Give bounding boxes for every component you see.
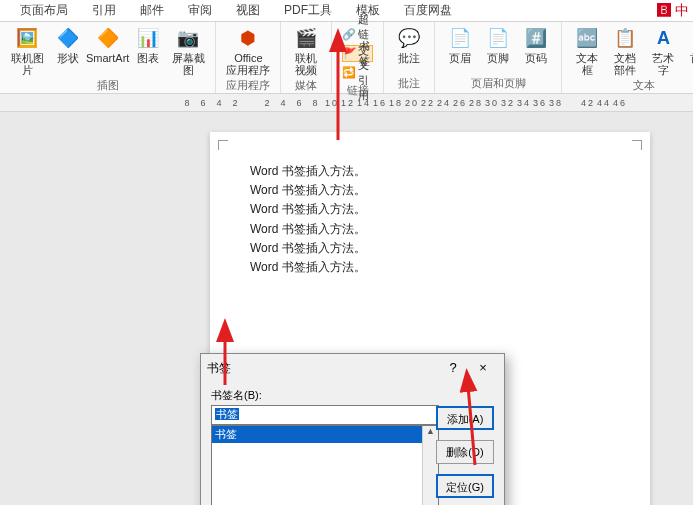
header-button[interactable]: 📄页眉 <box>441 24 479 66</box>
online-video-button[interactable]: 🎬联机视频 <box>287 24 325 78</box>
group-text: 🔤文本框 📋文档部件 A艺术字 A̲首字 文本 <box>562 22 693 93</box>
dialog-help-button[interactable]: ? <box>438 357 468 379</box>
textbox-icon: 🔤 <box>575 26 599 50</box>
group-label: 应用程序 <box>222 78 274 95</box>
video-icon: 🎬 <box>294 26 318 50</box>
bookmark-name-label: 书签名(B): <box>211 388 494 403</box>
dropcap-button[interactable]: A̲首字 <box>682 24 693 66</box>
quickparts-icon: 📋 <box>613 26 637 50</box>
group-media: 🎬联机视频 媒体 <box>281 22 332 93</box>
group-headerfooter: 📄页眉 📄页脚 #️⃣页码 页眉和页脚 <box>435 22 562 93</box>
footer-icon: 📄 <box>486 26 510 50</box>
crossref-button[interactable]: 🔁交叉引用 <box>342 64 373 81</box>
tab-layout[interactable]: 页面布局 <box>8 0 80 22</box>
group-label: 页眉和页脚 <box>441 76 555 93</box>
office-apps-button[interactable]: ⬢Office 应用程序 <box>222 24 274 78</box>
list-item[interactable]: 书签 <box>212 426 438 443</box>
ribbon-tabs: 页面布局 引用 邮件 审阅 视图 PDF工具 模板 百度网盘 <box>0 0 693 22</box>
tab-references[interactable]: 引用 <box>80 0 128 22</box>
comment-button[interactable]: 💬批注 <box>390 24 428 66</box>
wordart-button[interactable]: A艺术字 <box>644 24 682 78</box>
online-pictures-button[interactable]: 🖼️联机图片 <box>6 24 49 78</box>
document-line[interactable]: Word 书签插入方法。 <box>250 258 610 277</box>
picture-icon: 🖼️ <box>15 26 39 50</box>
group-illustrations: 🖼️联机图片 🔷形状 🔶SmartArt 📊图表 📷屏幕截图 插图 <box>0 22 216 93</box>
tab-mailings[interactable]: 邮件 <box>128 0 176 22</box>
comment-icon: 💬 <box>397 26 421 50</box>
dropcap-icon: A̲ <box>689 26 693 50</box>
dialog-title: 书签 <box>207 360 438 377</box>
document-area: Word 书签插入方法。 Word 书签插入方法。 Word 书签插入方法。 W… <box>0 112 693 505</box>
bookmark-name-input[interactable]: 书签 <box>211 405 439 425</box>
bookmark-dialog: 书签 ? × 书签名(B): 书签 书签 ▲ ▼ 添加(A) 删除(D) 定位(… <box>200 353 505 505</box>
smartart-button[interactable]: 🔶SmartArt <box>87 24 129 66</box>
chart-icon: 📊 <box>136 26 160 50</box>
footer-button[interactable]: 📄页脚 <box>479 24 517 66</box>
group-apps: ⬢Office 应用程序 应用程序 <box>216 22 281 93</box>
document-line[interactable]: Word 书签插入方法。 <box>250 220 610 239</box>
group-label: 链接 <box>338 83 377 100</box>
group-label: 媒体 <box>287 78 325 95</box>
group-label: 文本 <box>568 78 693 95</box>
tab-baidu[interactable]: 百度网盘 <box>392 0 464 22</box>
group-links: 🔗超链接 🚩书签 🔁交叉引用 链接 <box>332 22 384 93</box>
goto-button[interactable]: 定位(G) <box>436 474 494 498</box>
dialog-titlebar[interactable]: 书签 ? × <box>201 354 504 382</box>
add-button[interactable]: 添加(A) <box>436 406 494 430</box>
document-line[interactable]: Word 书签插入方法。 <box>250 162 610 181</box>
shapes-button[interactable]: 🔷形状 <box>49 24 87 66</box>
document-line[interactable]: Word 书签插入方法。 <box>250 239 610 258</box>
tab-pdf[interactable]: PDF工具 <box>272 0 344 22</box>
office-icon: ⬢ <box>236 26 260 50</box>
dialog-close-button[interactable]: × <box>468 357 498 379</box>
screenshot-icon: 📷 <box>176 26 200 50</box>
bookmark-icon: 🚩 <box>343 46 357 62</box>
document-line[interactable]: Word 书签插入方法。 <box>250 181 610 200</box>
pagenum-button[interactable]: #️⃣页码 <box>517 24 555 66</box>
shapes-icon: 🔷 <box>56 26 80 50</box>
screenshot-button[interactable]: 📷屏幕截图 <box>167 24 210 78</box>
pagenum-icon: #️⃣ <box>524 26 548 50</box>
chart-button[interactable]: 📊图表 <box>129 24 167 66</box>
document-line[interactable]: Word 书签插入方法。 <box>250 200 610 219</box>
app-logo-icon: 🅱 中 <box>657 2 689 20</box>
wordart-icon: A <box>651 26 675 50</box>
margin-corner <box>632 140 642 150</box>
crossref-icon: 🔁 <box>342 65 356 81</box>
quickparts-button[interactable]: 📋文档部件 <box>606 24 644 78</box>
textbox-button[interactable]: 🔤文本框 <box>568 24 606 78</box>
smartart-icon: 🔶 <box>96 26 120 50</box>
ribbon: 🖼️联机图片 🔷形状 🔶SmartArt 📊图表 📷屏幕截图 插图 ⬢Offic… <box>0 22 693 94</box>
tab-review[interactable]: 审阅 <box>176 0 224 22</box>
header-icon: 📄 <box>448 26 472 50</box>
group-comments: 💬批注 批注 <box>384 22 435 93</box>
tab-view[interactable]: 视图 <box>224 0 272 22</box>
delete-button[interactable]: 删除(D) <box>436 440 494 464</box>
margin-corner <box>218 140 228 150</box>
hyperlink-icon: 🔗 <box>342 27 356 43</box>
bookmark-list[interactable]: 书签 ▲ ▼ <box>211 425 439 505</box>
group-label: 批注 <box>390 76 428 93</box>
group-label: 插图 <box>6 78 209 95</box>
